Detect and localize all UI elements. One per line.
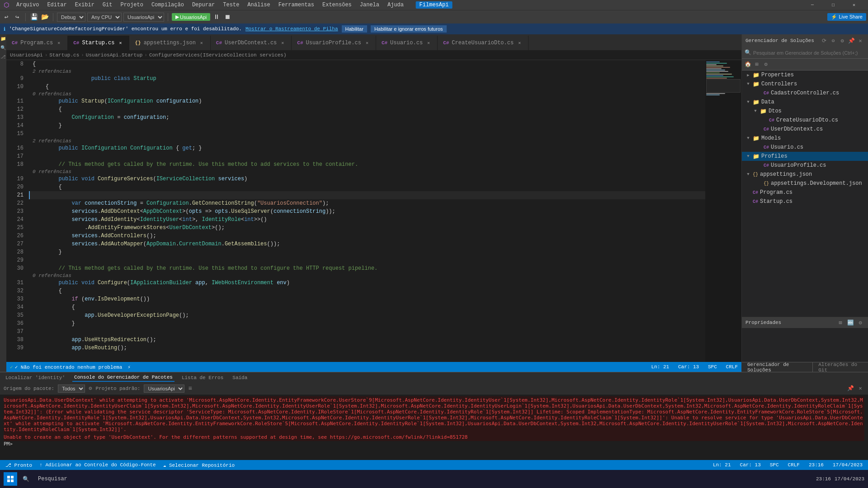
tab-usuario-close[interactable]: ✕ [425, 40, 432, 46]
error-list-tab[interactable]: Lista de Erros [180, 374, 225, 381]
package-console-tab[interactable]: Console do Gerenciador de Pacotes [72, 374, 175, 382]
expand-profiles[interactable]: ▼ [745, 154, 751, 159]
output-tab[interactable]: Saída [231, 374, 249, 381]
se-view-btn[interactable]: ⊞ [753, 61, 761, 69]
menu-exibir[interactable]: Exibir [71, 1, 98, 9]
debug-mode-select[interactable]: Debug [57, 13, 85, 22]
tab-program-cs[interactable]: C# Program.cs ✕ [6, 36, 68, 50]
se-pin-btn[interactable]: 📌 [847, 37, 855, 45]
se-sync-btn[interactable]: ⟳ [820, 37, 828, 45]
encoding-status[interactable]: CRLF [786, 462, 802, 468]
tree-models[interactable]: ▼ 📁 Models [742, 134, 868, 143]
menu-teste[interactable]: Teste [219, 1, 243, 9]
minimize-button[interactable]: ─ [802, 0, 823, 10]
stop-button[interactable]: ⏹ [223, 13, 232, 22]
start-button[interactable] [4, 472, 17, 486]
pause-button[interactable]: ⏸ [212, 13, 221, 22]
tab-usuarioprofile-close[interactable]: ✕ [364, 40, 370, 46]
live-share-button[interactable]: ⚡ Live Share [827, 13, 866, 21]
code-content[interactable]: { 2 referências public class Startup { 0… [29, 60, 705, 362]
properties-az-btn[interactable]: 🔤 [846, 319, 854, 327]
tab-program-cs-close[interactable]: ✕ [56, 40, 62, 46]
tree-properties[interactable]: ▶ 📁 Properties [742, 70, 868, 80]
breadcrumb-symbol[interactable]: UsuariosApi.Startup [86, 52, 142, 58]
run-button[interactable]: ▶ UsuariosApi [172, 13, 210, 21]
project-select-console[interactable]: UsuariosApi [144, 385, 184, 393]
redo-button[interactable]: ↪ [13, 13, 22, 22]
clear-console-icon[interactable]: ≡ [188, 385, 192, 392]
expand-appsettings[interactable]: ▼ [745, 172, 751, 177]
tree-program[interactable]: C# Program.cs [742, 188, 868, 197]
ln-status[interactable]: Ln: 21 [711, 462, 733, 468]
tree-userdbcontext[interactable]: C# UserDbContext.cs [742, 125, 868, 134]
properties-settings-btn[interactable]: ⚙ [856, 319, 864, 327]
menu-projeto[interactable]: Projeto [117, 1, 146, 9]
breadcrumb-project[interactable]: UsuariosApi [10, 52, 43, 58]
expand-data[interactable]: ▼ [745, 99, 751, 105]
origin-select[interactable]: Todos [58, 385, 85, 393]
se-filter-btn[interactable]: ⚙ [762, 61, 770, 69]
enable-button[interactable]: Habilitar [342, 25, 367, 33]
expand-controllers[interactable]: ▼ [745, 81, 751, 87]
git-icon[interactable]: ⎇ [0, 54, 6, 60]
spaces-status[interactable]: SPC [768, 462, 781, 468]
close-button[interactable]: ✕ [844, 0, 864, 10]
settings-icon[interactable]: ⚙ [89, 385, 92, 392]
git-branch-status[interactable]: ⎇ Pronto [4, 462, 34, 468]
menu-depurar[interactable]: Depurar [189, 1, 218, 9]
tab-userdbcontext[interactable]: C# UserDbContext.cs ✕ [211, 36, 292, 50]
menu-ajuda[interactable]: Ajuda [384, 1, 407, 9]
menu-extensoes[interactable]: Extensões [319, 1, 355, 9]
menu-arquivo[interactable]: Arquivo [13, 1, 42, 9]
tab-createusuariodto-close[interactable]: ✕ [516, 40, 523, 46]
col-status[interactable]: Car: 13 [738, 462, 763, 468]
console-pin-btn[interactable]: 📌 [846, 385, 854, 393]
taskbar-search-label[interactable]: Pesquisar [34, 476, 71, 482]
se-tab[interactable]: Gerenciador de Soluções [742, 362, 813, 372]
tab-appsettings-close[interactable]: ✕ [198, 40, 205, 46]
explorer-icon[interactable]: 📁 [0, 36, 6, 42]
console-output[interactable]: UsuariosApi.Data.UserDbContext' while at… [0, 394, 868, 460]
tree-usuarioprofile[interactable]: C# UsuarioProfile.cs [742, 161, 868, 170]
se-close-btn[interactable]: ✕ [856, 37, 864, 45]
undo-button[interactable]: ↩ [2, 13, 11, 22]
tree-dtos[interactable]: ▼ 📁 Dtos [742, 107, 868, 116]
search-taskbar-btn[interactable]: 🔍 [19, 472, 33, 486]
tab-userdbcontext-close[interactable]: ✕ [279, 40, 286, 46]
menu-analise[interactable]: Análise [244, 1, 274, 9]
tree-usuario[interactable]: C# Usuario.cs [742, 143, 868, 152]
maximize-button[interactable]: □ [823, 0, 844, 10]
enable-ignore-button[interactable]: Habilitar e ignorar erros futuros [371, 25, 447, 33]
expand-properties[interactable]: ▶ [745, 72, 751, 78]
tree-data[interactable]: ▼ 📁 Data [742, 98, 868, 107]
open-button[interactable]: 📂 [40, 13, 49, 22]
find-identity-tab[interactable]: Localizar 'identity' [4, 374, 67, 381]
properties-grid-btn[interactable]: ⊞ [836, 319, 844, 327]
menu-janela[interactable]: Janela [356, 1, 383, 9]
menu-editar[interactable]: Editar [43, 1, 70, 9]
tab-appsettings[interactable]: {} appsettings.json ✕ [129, 36, 210, 50]
tab-startup-cs[interactable]: C# Startup.cs ✕ [68, 36, 129, 50]
tree-appsettings[interactable]: ▼ {} appsettings.json [742, 170, 868, 179]
tree-cadastrocontroller[interactable]: C# CadastroController.cs [742, 89, 868, 98]
tab-startup-cs-close[interactable]: ✕ [117, 40, 123, 46]
stack-trace-link[interactable]: Mostrar o Rastreamento de Pilha [245, 26, 338, 32]
tab-usuarioprofile[interactable]: C# UsuarioProfile.cs ✕ [292, 36, 376, 50]
tree-startup[interactable]: C# Startup.cs [742, 197, 868, 206]
console-close-btn[interactable]: ✕ [856, 385, 864, 393]
expand-models[interactable]: ▼ [745, 136, 751, 141]
platform-select[interactable]: Any CPU [87, 13, 122, 22]
select-repo-status[interactable]: ☁ Selecionar Repositório [161, 462, 236, 468]
tree-controllers[interactable]: ▼ 📁 Controllers [742, 80, 868, 89]
breadcrumb-method[interactable]: ConfigureServices(IServiceCollection ser… [149, 52, 287, 58]
breadcrumb-file[interactable]: Startup.cs [49, 52, 79, 58]
tree-profiles[interactable]: ▼ 📁 Profiles [742, 152, 868, 161]
se-settings-btn[interactable]: ⚙ [838, 37, 846, 45]
solution-search-input[interactable] [753, 50, 865, 56]
menu-git[interactable]: Git [99, 1, 116, 9]
menu-compilacao[interactable]: Compilação [148, 1, 188, 9]
menu-ferramentas[interactable]: Ferramentas [275, 1, 318, 9]
tab-usuario[interactable]: C# Usuario.cs ✕ [376, 36, 438, 50]
search-icon[interactable]: 🔍 [0, 45, 6, 51]
tab-createusuariodto[interactable]: C# CreateUsuarioDto.cs ✕ [438, 36, 528, 50]
